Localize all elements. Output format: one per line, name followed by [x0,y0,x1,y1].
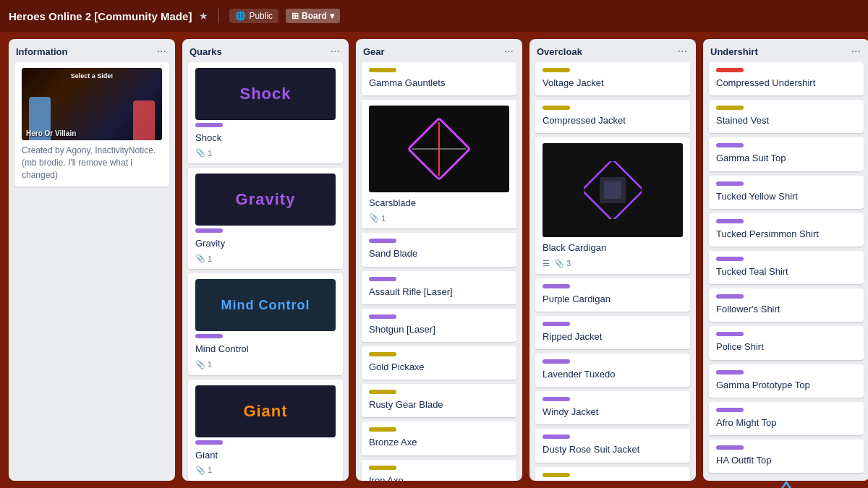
column-menu-quarks[interactable]: ··· [329,45,341,58]
gold-pickaxe-title: Gold Pickaxe [369,361,509,374]
card-police-shirt[interactable]: Police Shirt [709,326,864,359]
card-windy-jacket[interactable]: Windy Jacket [535,391,690,424]
card-shock[interactable]: Shock Shock 📎 1 [188,62,343,163]
column-menu-gear[interactable]: ··· [503,45,515,58]
column-gear: Gear ··· Gamma Gauntlets Scarsblade [356,39,522,481]
paperclip-icon: 📎 [195,360,205,369]
card-ripped-jacket[interactable]: Ripped Jacket [535,316,690,349]
giant-title: Giant [195,449,336,462]
gravity-title: Gravity [195,237,336,250]
card-rusty-gear-blade[interactable]: Rusty Gear Blade [362,384,516,417]
card-iron-axe[interactable]: Iron Axe [362,460,516,481]
afro-might-top-title: Afro Might Top [716,416,856,429]
column-cards-undershirt: Compressed Undershirt Stained Vest Gamma… [703,62,868,481]
gold-pickaxe-label [369,352,396,356]
board-title: Heroes Online 2 [Community Made] [9,10,192,22]
giant-banner-text: Giant [243,402,287,421]
card-followers-shirt[interactable]: Follower's Shirt [709,288,864,322]
card-black-cardigan[interactable]: Black Cardigan ☰ 📎 3 [535,137,690,273]
shock-attachment: 📎 1 [195,148,212,158]
card-mindcontrol[interactable]: Mind Control Mind Control 📎 1 [188,273,343,374]
shock-meta: 📎 1 [195,148,336,158]
compressed-undershirt-title: Compressed Undershirt [716,77,856,90]
board-area: Information ··· Select a Side! Hero Or V… [0,32,868,488]
scarsblade-cover [369,106,509,192]
purple-cardigan-label [542,284,570,288]
column-overcloak: Overcloak ··· Voltage Jacket Compressed … [529,39,696,481]
card-golden-jacket[interactable]: Golden Jacket [535,467,690,481]
column-menu-undershirt[interactable]: ··· [850,45,862,58]
column-header-gear: Gear ··· [356,39,522,62]
golden-jacket-label [542,473,570,477]
card-ha-outfit-top[interactable]: HA Outfit Top [709,440,864,473]
column-menu-information[interactable]: ··· [156,45,168,58]
giant-meta: 📎 1 [195,466,336,475]
card-gold-pickaxe[interactable]: Gold Pickaxe [362,346,516,380]
paperclip-icon: 📎 [554,259,564,268]
globe-icon: 🌐 [235,11,246,21]
shock-banner: Shock [195,68,336,120]
card-gamma-gauntlets[interactable]: Gamma Gauntlets [362,62,516,95]
gravity-meta: 📎 1 [195,254,336,263]
rusty-gear-blade-title: Rusty Gear Blade [369,398,509,411]
card-giant[interactable]: Giant Giant 📎 1 [188,380,343,481]
board-icon: ⊞ [292,11,299,21]
visibility-button[interactable]: 🌐 Public [229,9,278,23]
scarsblade-title: Scarsblade [369,197,509,210]
card-tucked-persimmon[interactable]: Tucked Persimmon Shirt [709,213,864,247]
paperclip-icon: 📎 [369,213,379,223]
card-assault-rifle[interactable]: Assault Rifle [Laser] [362,271,516,304]
svg-rect-5 [604,181,621,199]
info-cover-image: Select a Side! Hero Or Villain [22,68,162,140]
column-menu-overcloak[interactable]: ··· [676,45,689,58]
card-stained-vest[interactable]: Stained Vest [709,100,864,133]
card-afro-might-top[interactable]: Afro Might Top [709,402,864,435]
board-view-button[interactable]: ⊞ Board ▾ [286,9,340,23]
iron-axe-label [369,466,396,470]
giant-label [195,440,223,445]
column-title-undershirt: Undershirt [710,46,758,57]
card-sand-blade[interactable]: Sand Blade [362,233,516,266]
mindcontrol-banner: Mind Control [195,279,336,331]
iron-axe-title: Iron Axe [369,474,509,481]
header-separator [218,9,219,23]
card-gamma-prototype-top[interactable]: Gamma Prototype Top [709,364,864,398]
shock-label [195,123,223,127]
assault-rifle-label [369,277,396,281]
bronze-axe-label [369,427,396,432]
rusty-gear-blade-label [369,390,396,394]
card-tucked-yellow[interactable]: Tucked Yellow Shirt [709,176,864,209]
scarsblade-meta: 📎 1 [369,213,509,223]
tucked-teal-label [716,257,744,261]
tucked-persimmon-label [716,219,744,223]
card-compressed-jacket[interactable]: Compressed Jacket [535,100,690,133]
giant-banner: Giant [195,385,336,437]
shotgun-laser-label [369,314,396,319]
followers-shirt-label [716,294,744,299]
gravity-banner-text: Gravity [236,190,296,209]
tucked-yellow-label [716,181,744,186]
card-bronze-axe[interactable]: Bronze Axe [362,421,516,455]
card-voltage-jacket[interactable]: Voltage Jacket [535,62,690,95]
card-scarsblade[interactable]: Scarsblade 📎 1 [362,100,516,228]
column-header-undershirt: Undershirt ··· [703,39,868,62]
shock-title: Shock [195,132,336,145]
bronze-axe-title: Bronze Axe [369,436,509,449]
card-purple-cardigan[interactable]: Purple Cardigan [535,278,690,312]
column-quarks: Quarks ··· Shock Shock 📎 1 [182,39,349,481]
assault-rifle-title: Assault Rifle [Laser] [369,286,509,299]
sand-blade-label [369,239,396,243]
card-lavender-tuxedo[interactable]: Lavender Tuxedo [535,354,690,387]
card-shotgun-laser[interactable]: Shotgun [Laser] [362,309,516,342]
ripped-jacket-title: Ripped Jacket [542,330,683,343]
star-button[interactable]: ★ [199,10,208,22]
card-compressed-undershirt[interactable]: Compressed Undershirt [709,62,864,95]
compressed-undershirt-label [716,68,744,72]
police-shirt-title: Police Shirt [716,341,856,354]
paperclip-icon: 📎 [195,466,205,475]
card-gamma-suit-top[interactable]: Gamma Suit Top [709,137,864,171]
card-info[interactable]: Select a Side! Hero Or Villain Created b… [14,62,169,187]
card-dusty-rose[interactable]: Dusty Rose Suit Jacket [535,429,690,462]
card-gravity[interactable]: Gravity Gravity 📎 1 [188,168,343,269]
card-tucked-teal[interactable]: Tucked Teal Shirt [709,251,864,284]
